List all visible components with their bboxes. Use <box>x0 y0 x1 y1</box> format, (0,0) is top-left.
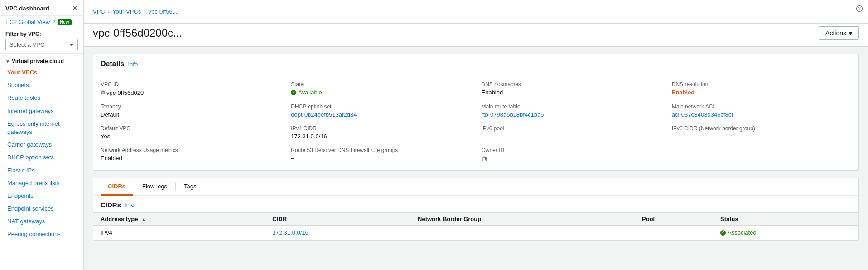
ipv6-cidr-value: – <box>672 133 851 140</box>
page-title-bar: vpc-0ff56d0200c... Actions ▾ <box>84 24 868 47</box>
filter-by-vpc: Filter by VPC: Select a VPC <box>0 28 83 54</box>
ec2-global-view-link[interactable]: EC2 Global View ↗ New <box>0 16 83 28</box>
sidebar-item-nat-gateways[interactable]: NAT gateways <box>0 215 83 228</box>
sidebar-item-peering-connections[interactable]: Peering connections <box>0 228 83 241</box>
detail-main-route-table: Main route table rtb-0798a5b18bf4c1ba5 <box>482 103 661 118</box>
tab-separator-2 <box>175 182 176 191</box>
col-cidr[interactable]: CIDR <box>265 213 410 226</box>
help-icon[interactable]: ? <box>856 5 863 12</box>
tenancy-label: Tenancy <box>101 103 280 110</box>
sidebar-item-managed-prefix-lists[interactable]: Managed prefix lists <box>0 177 83 190</box>
sidebar-item-subnets[interactable]: Subnets <box>0 79 83 92</box>
actions-label: Actions <box>825 29 846 37</box>
sidebar-item-internet-gateways[interactable]: Internet gateways <box>0 105 83 118</box>
detail-ipv6-cidr: IPv6 CIDR (Network border group) – <box>672 125 851 140</box>
cell-pool: – <box>635 226 713 240</box>
main-network-acl-value[interactable]: acl-037e3403d346cf8ef <box>672 111 851 118</box>
col-address-type[interactable]: Address type ▲ <box>93 213 265 226</box>
details-card-body: VPC ID ⧉ vpc-0ff56d020 State Available <box>93 74 858 170</box>
sidebar-item-route-tables[interactable]: Route tables <box>0 92 83 104</box>
detail-dhcp: DHCP option set dopt-0b24eefb513af2d84 <box>291 103 470 118</box>
breadcrumb-your-vpcs[interactable]: Your VPCs <box>112 8 141 15</box>
dhcp-label: DHCP option set <box>291 103 470 110</box>
state-label: State <box>291 81 470 88</box>
tab-tags[interactable]: Tags <box>177 178 203 196</box>
detail-ipv4-cidr: IPv4 CIDR 172.31.0.0/16 <box>291 125 470 140</box>
default-vpc-label: Default VPC <box>101 125 280 132</box>
default-vpc-value: Yes <box>101 133 280 140</box>
sidebar-item-egress-only-internet-gateways[interactable]: Egress-only internet gateways <box>0 118 83 138</box>
ipv6-pool-label: IPv6 pool <box>482 125 661 132</box>
sidebar-header: VPC dashboard ✕ <box>0 0 83 16</box>
sidebar-item-endpoints[interactable]: Endpoints <box>0 190 83 202</box>
sidebar-item-endpoint-services[interactable]: Endpoint services <box>0 202 83 215</box>
sidebar-item-elastic-ips[interactable]: Elastic IPs <box>0 164 83 177</box>
col-network-border-group[interactable]: Network Border Group <box>410 213 635 226</box>
breadcrumb: VPC › Your VPCs › vpc-0ff56... <box>93 8 178 15</box>
cell-address-type: IPv4 <box>93 226 265 240</box>
sidebar-item-dhcp-option-sets[interactable]: DHCP option sets <box>0 151 83 164</box>
ipv4-cidr-value: 172.31.0.0/16 <box>291 133 470 140</box>
ipv6-cidr-label: IPv6 CIDR (Network border group) <box>672 125 851 132</box>
ec2-global-view-label: EC2 Global View <box>5 19 50 25</box>
breadcrumb-sep-2: › <box>144 8 145 15</box>
main-route-table-label: Main route table <box>482 103 661 110</box>
sort-icon-address-type: ▲ <box>141 217 146 222</box>
copy-icon[interactable]: ⧉ <box>101 89 105 96</box>
breadcrumb-vpc-id[interactable]: vpc-0ff56... <box>149 8 178 15</box>
details-info-link[interactable]: Info <box>128 61 138 68</box>
ipv6-pool-value: – <box>482 133 661 140</box>
main-network-acl-label: Main network ACL <box>672 103 851 110</box>
tab-cidrs[interactable]: CIDRs <box>101 178 133 196</box>
breadcrumb-vpc[interactable]: VPC <box>93 8 105 15</box>
owner-id-copy-icon[interactable]: ⧉ <box>482 155 661 163</box>
dhcp-value[interactable]: dopt-0b24eefb513af2d84 <box>291 111 470 118</box>
tabs-bar: CIDRs Flow logs Tags <box>93 178 858 196</box>
detail-dns-resolution: DNS resolution Enabled <box>672 81 851 96</box>
details-title: Details <box>101 60 124 68</box>
cell-cidr: 172.31.0.0/16 <box>265 226 410 240</box>
section-arrow-icon: ▼ <box>5 59 10 64</box>
top-bar: VPC › Your VPCs › vpc-0ff56... <box>84 0 868 24</box>
col-pool[interactable]: Pool <box>635 213 713 226</box>
cidrs-header: CIDRs Info <box>93 196 858 212</box>
main-route-table-value[interactable]: rtb-0798a5b18bf4c1ba5 <box>482 111 661 118</box>
virtual-private-cloud-section[interactable]: ▼ Virtual private cloud <box>0 54 83 66</box>
route53-label: Route 53 Resolver DNS Firewall rule grou… <box>291 147 470 153</box>
new-badge: New <box>58 19 72 25</box>
associated-status-icon <box>720 230 726 236</box>
tabs-card: CIDRs Flow logs Tags CIDRs Info <box>93 178 859 241</box>
network-addr-usage-label: Network Address Usage metrics <box>101 147 280 153</box>
tenancy-value: Default <box>101 111 280 118</box>
sidebar-item-your-vpcs[interactable]: Your VPCs <box>0 66 83 79</box>
close-icon[interactable]: ✕ <box>72 5 78 12</box>
external-link-icon: ↗ <box>52 19 56 25</box>
col-status[interactable]: Status <box>713 213 858 226</box>
dns-hostnames-label: DNS hostnames <box>482 81 661 88</box>
dns-resolution-value: Enabled <box>672 89 851 96</box>
actions-button[interactable]: Actions ▾ <box>819 26 859 40</box>
detail-network-addr-usage: Network Address Usage metrics Enabled <box>101 147 280 163</box>
breadcrumb-sep-1: › <box>108 8 110 15</box>
vpc-id-label: VPC ID <box>101 81 280 88</box>
vpc-id-row: ⧉ vpc-0ff56d020 <box>101 89 280 96</box>
vpc-filter-select[interactable]: Select a VPC <box>5 39 78 50</box>
detail-owner-id: Owner ID ⧉ <box>482 147 661 163</box>
route53-value: – <box>291 155 470 162</box>
status-available-icon <box>291 90 296 95</box>
details-card: Details Info VPC ID ⧉ vpc-0ff56d020 Stat… <box>93 54 859 171</box>
detail-tenancy: Tenancy Default <box>101 103 280 118</box>
sidebar-nav: Your VPCs Subnets Route tables Internet … <box>0 66 83 241</box>
detail-default-vpc: Default VPC Yes <box>101 125 280 140</box>
filter-label: Filter by VPC: <box>5 31 78 37</box>
ipv4-cidr-label: IPv4 CIDR <box>291 125 470 132</box>
detail-vpc-id: VPC ID ⧉ vpc-0ff56d020 <box>101 81 280 96</box>
tab-flow-logs[interactable]: Flow logs <box>135 178 174 196</box>
sidebar-item-carrier-gateways[interactable]: Carrier gateways <box>0 138 83 151</box>
cell-network-border-group: – <box>410 226 635 240</box>
detail-state: State Available <box>291 81 470 96</box>
details-card-header: Details Info <box>93 54 858 74</box>
cidrs-table-header-row: Address type ▲ CIDR Network Border Group… <box>93 213 858 226</box>
network-addr-usage-value: Enabled <box>101 155 280 162</box>
cidrs-info-link[interactable]: Info <box>125 201 135 208</box>
